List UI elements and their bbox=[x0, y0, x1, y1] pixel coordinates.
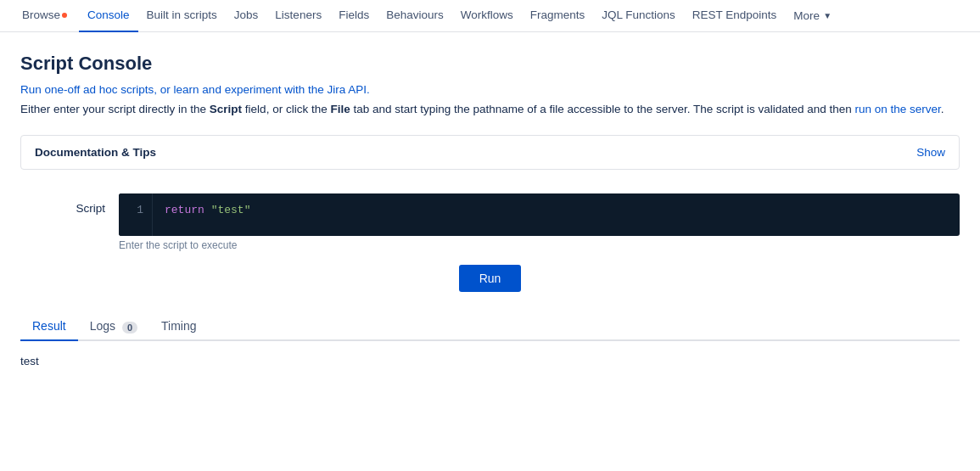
tips-box: Documentation & Tips Show bbox=[20, 135, 960, 170]
nav-fields-label: Fields bbox=[339, 8, 369, 21]
nav-item-rest-endpoints[interactable]: REST Endpoints bbox=[684, 0, 786, 32]
script-hint: Enter the script to execute bbox=[119, 239, 960, 251]
desc-text: Run one-off ad hoc scripts, or learn and… bbox=[20, 83, 370, 96]
nav-item-browse[interactable]: Browse bbox=[14, 0, 76, 32]
chevron-down-icon: ▼ bbox=[823, 11, 832, 20]
nav-jobs-label: Jobs bbox=[234, 8, 259, 21]
result-value: test bbox=[20, 355, 39, 367]
line-numbers: 1 bbox=[119, 193, 153, 236]
script-label: Script bbox=[54, 193, 105, 215]
nav-workflows-label: Workflows bbox=[461, 8, 513, 21]
tab-result[interactable]: Result bbox=[20, 312, 78, 341]
info-line: Either enter your script directly in the… bbox=[20, 101, 960, 118]
code-editor-wrapper: 1 return "test" Enter the script to exec… bbox=[119, 193, 960, 251]
info-run-link: run on the server bbox=[855, 103, 941, 115]
result-content: test bbox=[20, 341, 960, 381]
code-string-test: "test" bbox=[211, 204, 251, 216]
info-part1: Either enter your script directly in the bbox=[20, 103, 210, 115]
code-editor[interactable]: 1 return "test" bbox=[119, 193, 960, 236]
nav-item-jql-functions[interactable]: JQL Functions bbox=[593, 0, 684, 32]
script-section: Script 1 return "test" Enter the script … bbox=[20, 193, 960, 251]
info-part3: tab and start typing the pathname of a f… bbox=[350, 103, 855, 115]
info-script-bold: Script bbox=[210, 103, 242, 115]
main-content: Script Console Run one-off ad hoc script… bbox=[0, 32, 980, 381]
nav-item-listeners[interactable]: Listeners bbox=[266, 0, 330, 32]
nav-item-console[interactable]: Console bbox=[79, 0, 138, 32]
nav-jql-label: JQL Functions bbox=[602, 8, 675, 21]
nav-browse-label: Browse bbox=[22, 8, 60, 21]
browse-dot bbox=[62, 13, 67, 18]
info-part4: . bbox=[941, 103, 944, 115]
info-part2: field, or click the bbox=[242, 103, 330, 115]
nav-more[interactable]: More ▼ bbox=[785, 0, 840, 32]
code-content: return "test" bbox=[153, 193, 960, 236]
nav-item-fragments[interactable]: Fragments bbox=[522, 0, 594, 32]
run-row: Run bbox=[20, 265, 960, 292]
code-keyword-return: return bbox=[165, 204, 204, 216]
nav-fragments-label: Fragments bbox=[530, 8, 585, 21]
tab-result-label: Result bbox=[32, 319, 66, 333]
tips-show-button[interactable]: Show bbox=[916, 146, 945, 159]
nav-built-in-label: Built in scripts bbox=[147, 8, 217, 21]
tab-timing-label: Timing bbox=[161, 319, 197, 333]
result-tabs: Result Logs 0 Timing bbox=[20, 312, 960, 341]
nav-console-label: Console bbox=[87, 8, 130, 21]
nav-rest-label: REST Endpoints bbox=[692, 8, 777, 21]
nav-item-behaviours[interactable]: Behaviours bbox=[378, 0, 452, 32]
desc-line: Run one-off ad hoc scripts, or learn and… bbox=[20, 83, 960, 96]
info-file-bold: File bbox=[330, 103, 350, 115]
tab-logs[interactable]: Logs 0 bbox=[78, 312, 149, 341]
nav-behaviours-label: Behaviours bbox=[386, 8, 444, 21]
nav-item-fields[interactable]: Fields bbox=[330, 0, 378, 32]
nav-listeners-label: Listeners bbox=[275, 8, 322, 21]
run-button[interactable]: Run bbox=[459, 265, 522, 292]
nav-bar: Browse Console Built in scripts Jobs Lis… bbox=[0, 0, 980, 32]
nav-more-label: More bbox=[793, 9, 820, 22]
line-number-1: 1 bbox=[137, 204, 143, 216]
page-title: Script Console bbox=[20, 53, 960, 75]
tab-logs-label: Logs bbox=[90, 319, 115, 333]
tab-timing[interactable]: Timing bbox=[149, 312, 209, 341]
logs-badge: 0 bbox=[122, 322, 137, 334]
nav-item-built-in-scripts[interactable]: Built in scripts bbox=[138, 0, 226, 32]
nav-item-jobs[interactable]: Jobs bbox=[226, 0, 267, 32]
tips-label: Documentation & Tips bbox=[35, 146, 156, 159]
nav-item-workflows[interactable]: Workflows bbox=[452, 0, 522, 32]
